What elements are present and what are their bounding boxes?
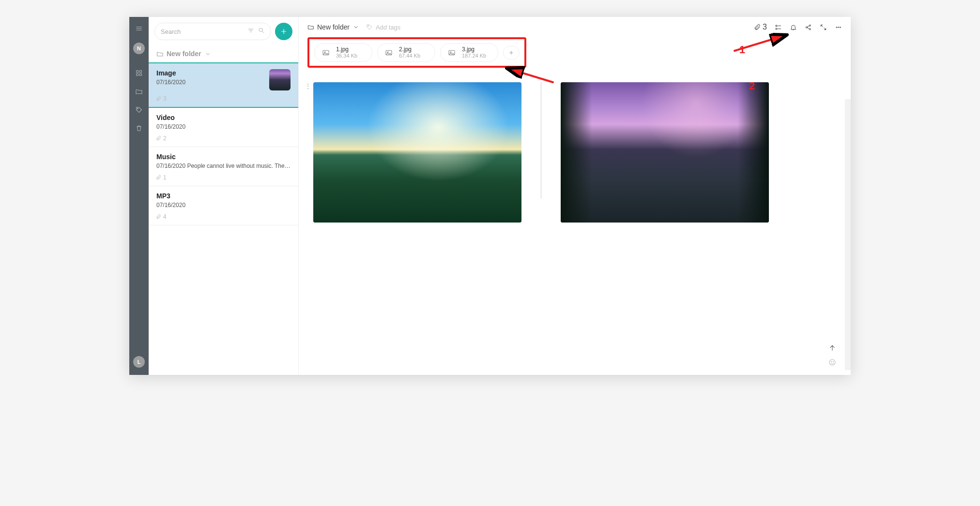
image-icon xyxy=(383,47,394,58)
note-subtitle: 07/16/2020 xyxy=(156,202,291,208)
image-preview[interactable] xyxy=(561,82,769,223)
note-item-image[interactable]: Image 07/16/2020 3 xyxy=(149,63,298,108)
note-title: Image xyxy=(156,69,265,77)
attachment-size: 36.34 Kb xyxy=(336,53,357,59)
image-grid: ⋮⋮ xyxy=(299,68,851,375)
attachments-highlight: 1.jpg36.34 Kb 2.jpg67.44 Kb 3.jpg187.24 … xyxy=(307,37,526,68)
breadcrumb-label: New folder xyxy=(317,23,350,31)
sidebar-rail: N L xyxy=(129,17,149,375)
bell-icon[interactable] xyxy=(790,24,797,31)
svg-point-39 xyxy=(829,359,835,365)
attachment-chip[interactable]: 1.jpg36.34 Kb xyxy=(314,43,372,62)
apps-icon[interactable] xyxy=(135,69,143,77)
attachment-name: 2.jpg xyxy=(399,46,420,53)
note-title: MP3 xyxy=(156,192,291,200)
attachment-count-button[interactable]: 3 xyxy=(753,23,767,31)
folder-icon[interactable] xyxy=(135,87,143,96)
annotation-label-2: 2 xyxy=(749,80,755,92)
svg-point-27 xyxy=(836,27,837,28)
svg-point-29 xyxy=(840,27,841,28)
note-subtitle: 07/16/2020 People cannot live without mu… xyxy=(156,163,291,169)
annotation-label-1: 1 xyxy=(739,44,745,56)
attachment-name: 1.jpg xyxy=(336,46,357,53)
image-preview[interactable] xyxy=(313,82,521,223)
search-icon[interactable] xyxy=(258,27,265,36)
svg-point-41 xyxy=(833,361,833,362)
avatar-support[interactable]: L xyxy=(133,356,145,368)
note-subtitle: 07/16/2020 xyxy=(156,123,291,130)
note-attach-badge: 3 xyxy=(155,95,291,102)
svg-rect-5 xyxy=(137,74,138,75)
note-item-mp3[interactable]: MP3 07/16/2020 4 xyxy=(149,186,298,225)
image-icon xyxy=(446,47,457,58)
svg-point-31 xyxy=(324,51,325,52)
svg-rect-6 xyxy=(139,74,141,75)
svg-point-28 xyxy=(838,27,839,28)
attachments-wrap: 1.jpg36.34 Kb 2.jpg67.44 Kb 3.jpg187.24 … xyxy=(299,37,851,68)
sidebar-panel: New folder Image 07/16/2020 3 Video xyxy=(149,17,299,375)
svg-point-11 xyxy=(259,28,262,31)
menu-icon[interactable] xyxy=(135,24,143,33)
toolbar: 3 xyxy=(753,23,842,31)
note-thumbnail xyxy=(269,69,291,90)
note-attach-badge: 1 xyxy=(155,174,291,181)
image-block: ⋮⋮ xyxy=(313,82,521,223)
svg-rect-3 xyxy=(137,71,138,73)
svg-rect-16 xyxy=(776,25,778,27)
note-title: Video xyxy=(156,114,291,121)
breadcrumb[interactable]: New folder xyxy=(307,23,359,31)
trash-icon[interactable] xyxy=(135,124,143,133)
search-box[interactable] xyxy=(154,23,271,40)
avatar[interactable]: N xyxy=(133,43,145,54)
image-block xyxy=(561,82,769,223)
app: N L New folder xyxy=(129,17,851,375)
svg-rect-17 xyxy=(776,28,778,30)
svg-line-12 xyxy=(262,31,264,33)
add-button[interactable] xyxy=(275,23,292,40)
svg-rect-4 xyxy=(139,71,141,73)
panel-top xyxy=(149,17,298,45)
svg-line-25 xyxy=(821,25,823,27)
add-tags-label: Add tags xyxy=(376,24,400,31)
search-input[interactable] xyxy=(161,28,247,35)
content-header: New folder Add tags 3 xyxy=(299,17,851,37)
filter-icon[interactable] xyxy=(247,27,254,36)
svg-point-40 xyxy=(831,361,831,362)
note-item-video[interactable]: Video 07/16/2020 2 xyxy=(149,108,298,147)
add-attachment-button[interactable] xyxy=(503,46,520,60)
folder-header-label: New folder xyxy=(167,50,201,58)
attachment-count: 3 xyxy=(763,23,767,31)
scrollbar[interactable] xyxy=(845,99,851,370)
svg-point-33 xyxy=(387,51,388,52)
note-attach-badge: 2 xyxy=(155,135,291,142)
feedback-icon[interactable] xyxy=(828,358,836,368)
content: New folder Add tags 3 xyxy=(299,17,851,375)
attachment-size: 67.44 Kb xyxy=(399,53,420,59)
share-icon[interactable] xyxy=(805,24,812,31)
tag-icon[interactable] xyxy=(135,105,143,114)
note-subtitle: 07/16/2020 xyxy=(156,79,265,86)
svg-line-23 xyxy=(807,26,809,27)
add-tags-button[interactable]: Add tags xyxy=(366,24,400,31)
image-icon xyxy=(321,47,331,58)
attachment-name: 3.jpg xyxy=(462,46,486,53)
scroll-top-button[interactable] xyxy=(828,344,836,354)
svg-point-7 xyxy=(137,108,138,109)
svg-point-15 xyxy=(368,26,369,27)
note-list: Image 07/16/2020 3 Video 07/16/2020 2 xyxy=(149,63,298,375)
svg-line-26 xyxy=(824,28,826,30)
more-icon[interactable] xyxy=(835,24,842,31)
note-title: Music xyxy=(156,153,291,161)
expand-icon[interactable] xyxy=(820,24,827,31)
svg-line-24 xyxy=(807,28,809,29)
attachment-size: 187.24 Kb xyxy=(462,53,486,59)
list-view-icon[interactable] xyxy=(775,24,782,31)
note-item-music[interactable]: Music 07/16/2020 People cannot live with… xyxy=(149,147,298,186)
note-attach-badge: 4 xyxy=(155,213,291,220)
attachment-chip[interactable]: 2.jpg67.44 Kb xyxy=(377,43,435,62)
attachment-chip[interactable]: 3.jpg187.24 Kb xyxy=(440,43,498,62)
folder-header[interactable]: New folder xyxy=(149,45,298,63)
divider xyxy=(541,82,541,198)
svg-point-35 xyxy=(450,51,451,52)
